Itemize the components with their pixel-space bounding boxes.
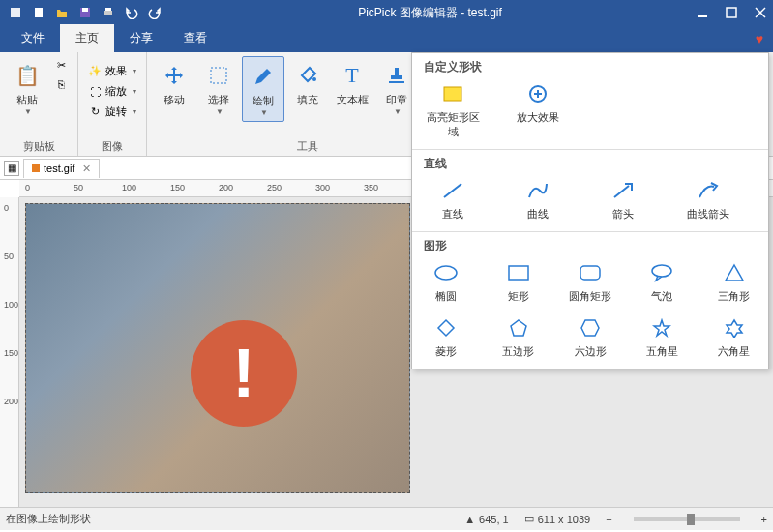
shape-star6[interactable]: 六角星 [712, 317, 757, 359]
svg-rect-0 [11, 8, 20, 17]
quick-access-toolbar [6, 3, 164, 22]
scissors-icon: ✂ [54, 58, 68, 72]
diamond-icon [432, 317, 460, 339]
shape-ellipse[interactable]: 椭圆 [424, 262, 468, 304]
shape-round-rect[interactable]: 圆角矩形 [568, 262, 612, 304]
file-type-icon [32, 164, 40, 172]
draw-tool[interactable]: 绘制▼ [242, 56, 284, 122]
select-icon [203, 60, 234, 91]
text-tool[interactable]: T文本框 [331, 56, 373, 111]
svg-rect-21 [509, 266, 528, 280]
svg-rect-22 [580, 266, 600, 280]
group-clipboard: 📋 粘贴 ▼ ✂ ⎘ 剪贴板 [0, 52, 78, 156]
copy-button[interactable]: ⎘ [50, 75, 72, 93]
shape-curve-arrow[interactable]: 曲线箭头 [679, 180, 737, 222]
heart-icon[interactable]: ♥ [756, 31, 763, 46]
arrow-icon [609, 180, 637, 201]
svg-point-11 [312, 77, 316, 81]
line-icon [439, 180, 466, 201]
zoom-thumb[interactable] [687, 514, 695, 525]
tab-view[interactable]: 查看 [168, 24, 223, 52]
zoom-effect-icon [524, 83, 551, 104]
shape-triangle[interactable]: 三角形 [712, 262, 757, 304]
cut-button[interactable]: ✂ [50, 56, 72, 74]
resize-button[interactable]: ⛶缩放▾ [84, 82, 140, 101]
bucket-icon [292, 60, 323, 91]
copy-icon: ⎘ [54, 77, 68, 91]
rotate-icon: ↻ [88, 105, 102, 119]
svg-point-20 [435, 266, 457, 280]
tab-share[interactable]: 分享 [114, 24, 168, 52]
fill-tool[interactable]: 填充 [286, 56, 329, 111]
text-icon: T [337, 60, 368, 91]
svg-point-23 [652, 265, 671, 277]
pencil-icon [248, 61, 279, 92]
zoom-out-button[interactable]: − [606, 514, 611, 525]
shape-highlight-rect[interactable]: 高亮矩形区域 [424, 83, 482, 139]
open-icon[interactable] [52, 3, 72, 22]
app-menu-icon[interactable] [6, 3, 25, 22]
resize-icon: ⛶ [88, 85, 102, 99]
svg-rect-3 [82, 8, 88, 12]
maximize-button[interactable] [725, 6, 738, 19]
rect-icon [505, 262, 532, 283]
shape-bubble[interactable]: 气泡 [639, 262, 684, 304]
zoom-slider[interactable] [634, 517, 740, 521]
svg-line-19 [614, 186, 629, 197]
select-tool[interactable]: 选择▼ [197, 56, 240, 120]
shape-zoom-effect[interactable]: 放大效果 [509, 83, 567, 139]
save-icon[interactable] [75, 3, 95, 22]
shape-line[interactable]: 直线 [424, 180, 482, 222]
canvas-image[interactable]: ! [25, 203, 410, 493]
status-dimensions: ▭611 x 1039 [524, 513, 590, 525]
close-tab-icon[interactable]: ✕ [82, 163, 91, 175]
print-icon[interactable] [99, 3, 118, 22]
minimize-button[interactable] [696, 6, 709, 19]
effect-button[interactable]: ✨效果▾ [84, 62, 140, 80]
tab-home[interactable]: 主页 [60, 24, 114, 52]
tile-view-icon[interactable]: ▦ [4, 161, 19, 176]
shape-curve[interactable]: 曲线 [509, 180, 567, 222]
ellipse-icon [432, 262, 460, 283]
document-tab[interactable]: test.gif ✕ [23, 159, 100, 178]
new-icon[interactable] [29, 3, 48, 22]
svg-rect-1 [35, 8, 43, 17]
paste-button[interactable]: 📋 粘贴 ▼ [6, 56, 48, 120]
rotate-button[interactable]: ↻旋转▾ [84, 103, 140, 121]
ruler-vertical: 0 50 100 150 200 [0, 197, 19, 507]
chevron-down-icon: ▼ [24, 107, 32, 116]
tab-file[interactable]: 文件 [6, 24, 60, 52]
shape-rect[interactable]: 矩形 [495, 262, 540, 304]
svg-rect-14 [444, 87, 461, 101]
shapes-dropdown-panel: 自定义形状 高亮矩形区域 放大效果 直线 直线 曲线 箭头 曲线箭头 图形 椭圆… [411, 52, 769, 369]
shape-arrow[interactable]: 箭头 [594, 180, 652, 222]
shape-star5[interactable]: 五角星 [639, 317, 684, 359]
image-size-icon: ▭ [524, 513, 534, 525]
shape-diamond[interactable]: 菱形 [424, 317, 468, 359]
ribbon-tabs: 文件 主页 分享 查看 ♥ [0, 25, 773, 52]
highlight-rect-icon [439, 83, 466, 104]
undo-icon[interactable] [122, 3, 141, 22]
move-tool[interactable]: 移动 [153, 56, 195, 111]
statusbar: 在图像上绘制形状 ▲645, 1 ▭611 x 1039 − + [0, 507, 773, 530]
wand-icon: ✨ [88, 65, 102, 78]
svg-rect-10 [211, 68, 226, 83]
shape-pentagon[interactable]: 五边形 [495, 317, 540, 359]
svg-rect-7 [727, 8, 736, 17]
zoom-in-button[interactable]: + [761, 514, 767, 525]
clipboard-icon: 📋 [12, 60, 43, 91]
bubble-icon [648, 262, 675, 283]
curve-arrow-icon [695, 180, 722, 201]
hexagon-icon [577, 317, 604, 339]
close-button[interactable] [754, 6, 767, 19]
move-icon [159, 60, 190, 91]
shape-hexagon[interactable]: 六边形 [568, 317, 612, 359]
svg-rect-4 [104, 11, 112, 15]
titlebar: PicPick 图像编辑器 - test.gif [0, 0, 773, 25]
window-title: PicPick 图像编辑器 - test.gif [164, 5, 696, 21]
stamp-icon [381, 60, 412, 91]
status-hint: 在图像上绘制形状 [6, 512, 449, 526]
redo-icon[interactable] [145, 3, 164, 22]
svg-line-18 [444, 184, 461, 197]
pentagon-icon [505, 317, 532, 339]
